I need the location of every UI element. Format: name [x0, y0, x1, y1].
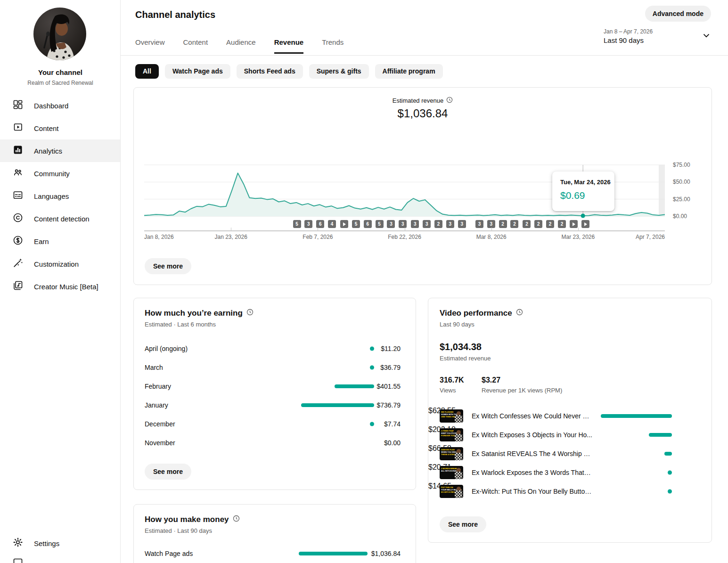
- sidebar-item-label: Dashboard: [34, 102, 68, 110]
- x-axis-tick: [491, 228, 492, 230]
- gear-icon: [12, 537, 24, 550]
- upload-marker[interactable]: 5: [352, 220, 360, 228]
- filter-chip-all[interactable]: All: [135, 64, 159, 79]
- sidebar-item-languages[interactable]: Languages: [0, 185, 120, 207]
- filter-chip-supers-gifts[interactable]: Supers & gifts: [309, 64, 369, 79]
- value-bar: [649, 433, 672, 437]
- upload-marker[interactable]: 3: [304, 220, 312, 228]
- tab-trends[interactable]: Trends: [322, 38, 344, 54]
- upload-marker[interactable]: 6: [364, 220, 372, 228]
- content-detection-icon: [12, 212, 24, 225]
- sidebar-item-content-detection[interactable]: Content detection: [0, 207, 120, 230]
- date-range-picker[interactable]: Jan 8 – Apr 7, 2026 Last 90 days: [604, 28, 712, 44]
- video-title[interactable]: Ex Witch Confesses We Could Never Ent...: [472, 412, 592, 420]
- community-icon: [12, 167, 24, 180]
- chart-see-more-button[interactable]: See more: [145, 258, 191, 274]
- video-title[interactable]: Ex-Witch: Put This On Your Belly Button …: [472, 488, 592, 495]
- filter-chip-watch-page-ads[interactable]: Watch Page ads: [165, 64, 230, 79]
- sidebar-item-community[interactable]: Community: [0, 162, 120, 185]
- upload-marker[interactable]: 2: [499, 220, 507, 228]
- sidebar-nav: DashboardContentAnalyticsCommunityLangua…: [0, 94, 120, 298]
- row-label: December: [145, 420, 175, 428]
- filter-chip-affiliate-program[interactable]: Affiliate program: [375, 64, 443, 79]
- upload-marker[interactable]: 3: [446, 220, 454, 228]
- tooltip-value: $0.69: [560, 190, 614, 201]
- upload-marker[interactable]: 5: [376, 220, 384, 228]
- play-icon: [584, 222, 587, 226]
- video-thumbnail[interactable]: WE FLUSHEDHOMES WITH THISONE THING HERE: [440, 409, 463, 423]
- value-dot: [668, 490, 672, 494]
- upload-marker-video-icon[interactable]: [570, 220, 578, 228]
- upload-marker[interactable]: 2: [546, 220, 554, 228]
- row-value: $7.74: [384, 420, 401, 428]
- x-axis-tick: [318, 228, 318, 230]
- row-value: $36.79: [380, 364, 401, 371]
- upload-marker[interactable]: 3: [399, 220, 407, 228]
- earnings-month-row: February$401.55: [134, 377, 416, 396]
- sidebar-item-content[interactable]: Content: [0, 117, 120, 139]
- tab-content[interactable]: Content: [183, 38, 208, 54]
- upload-marker[interactable]: 2: [523, 220, 531, 228]
- channel-avatar[interactable]: [33, 8, 86, 60]
- x-axis-label: Mar 23, 2026: [561, 234, 595, 240]
- video-performance-card: Video performance Last 90 days $1,034.38…: [428, 298, 712, 543]
- upload-marker[interactable]: 2: [510, 220, 518, 228]
- upload-marker[interactable]: 3: [475, 220, 483, 228]
- sidebar-item-creator-music-beta[interactable]: Creator Music [Beta]: [0, 275, 120, 298]
- video-thumbnail[interactable]: 3 WORDS BREAKALL WITCHCRAFT: [440, 466, 463, 479]
- upload-marker-video-icon[interactable]: [581, 220, 589, 228]
- upload-marker[interactable]: 4: [328, 220, 336, 228]
- play-icon: [573, 222, 575, 226]
- row-label: Watch Page ads: [145, 550, 193, 557]
- video-title[interactable]: Ex Witch Exposes 3 Objects in Your Ho...: [472, 431, 592, 439]
- upload-marker[interactable]: 3: [458, 220, 466, 228]
- thumbnail-person-body: [455, 434, 462, 441]
- tab-revenue[interactable]: Revenue: [274, 38, 304, 54]
- sidebar-item-dashboard[interactable]: Dashboard: [0, 94, 120, 117]
- sidebar-item-settings[interactable]: Settings: [0, 532, 120, 555]
- channel-subtitle: Realm of Sacred Renewal: [0, 80, 121, 86]
- video-thumbnail[interactable]: DEMONS FLEEWHEN YOU SINGTHESE 4 SONGS: [440, 447, 463, 460]
- analytics-tabs: OverviewContentAudienceRevenueTrends: [135, 38, 362, 54]
- clock-icon: [246, 309, 254, 318]
- advanced-mode-button[interactable]: Advanced mode: [645, 6, 711, 22]
- date-range-text: Jan 8 – Apr 7, 2026: [604, 28, 701, 35]
- upload-marker[interactable]: 2: [434, 220, 442, 228]
- upload-marker[interactable]: 3: [423, 220, 431, 228]
- sidebar-item-earn[interactable]: Earn: [0, 230, 120, 253]
- video-thumbnail[interactable]: 3 ITEMS THATKEEP YOU POORFOREVER TODAY: [440, 428, 463, 441]
- video-revenue-label: Estimated revenue: [440, 355, 491, 362]
- video-see-more-button[interactable]: See more: [440, 516, 486, 532]
- value-dot: [668, 471, 672, 475]
- row-label: November: [145, 439, 175, 447]
- filter-chip-shorts-feed-ads[interactable]: Shorts Feed ads: [237, 64, 303, 79]
- upload-marker[interactable]: 6: [316, 220, 324, 228]
- sidebar: Your channel Realm of Sacred Renewal Das…: [0, 0, 121, 563]
- row-label: January: [145, 401, 168, 409]
- upload-marker[interactable]: 3: [411, 220, 419, 228]
- upload-marker[interactable]: 2: [534, 220, 542, 228]
- tab-audience[interactable]: Audience: [226, 38, 256, 54]
- upload-marker[interactable]: 3: [387, 220, 395, 228]
- earnings-see-more-button[interactable]: See more: [145, 464, 191, 480]
- video-title[interactable]: Ex Warlock Exposes the 3 Words That Br..…: [472, 469, 592, 476]
- sidebar-item-analytics[interactable]: Analytics: [0, 139, 120, 162]
- sidebar-item-customization[interactable]: Customization: [0, 253, 120, 275]
- earn-icon: [12, 235, 24, 248]
- video-card-title: Video performance: [440, 309, 512, 318]
- customization-icon: [12, 257, 24, 270]
- upload-marker-video-icon[interactable]: [340, 220, 348, 228]
- header-divider: [121, 55, 728, 56]
- money-source-row: Watch Page ads$1,036.84: [134, 544, 416, 563]
- row-label: March: [145, 364, 163, 371]
- upload-marker[interactable]: 2: [558, 220, 566, 228]
- upload-marker[interactable]: 5: [293, 220, 301, 228]
- video-thumbnail[interactable]: PUT THIS ONYOUR BELLY BUTTONEX-WITCH REV…: [440, 485, 463, 498]
- tab-overview[interactable]: Overview: [135, 38, 165, 54]
- revenue-area-chart[interactable]: [134, 88, 712, 219]
- page-title: Channel analytics: [135, 9, 215, 20]
- content-icon: [12, 122, 24, 135]
- video-title[interactable]: Ex Satanist REVEALS The 4 Worship Son...: [472, 450, 592, 457]
- upload-marker[interactable]: 3: [487, 220, 495, 228]
- send-feedback-icon[interactable]: [12, 557, 24, 563]
